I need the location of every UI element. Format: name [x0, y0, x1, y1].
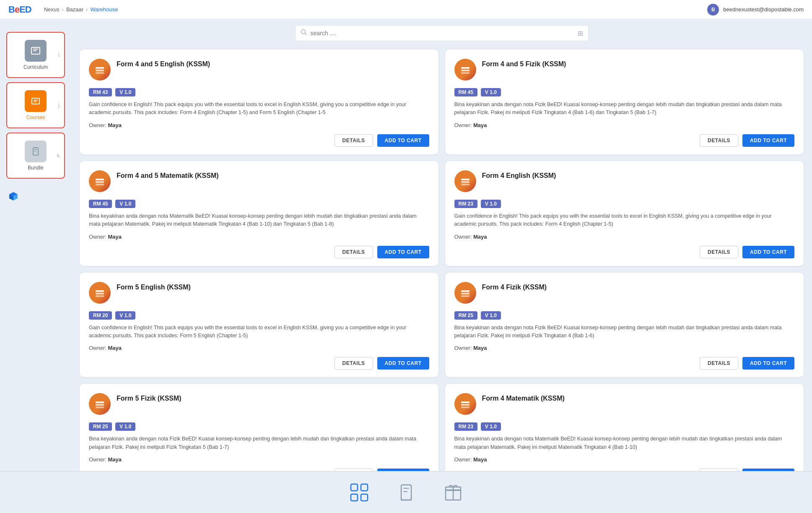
header: BeED Nexus › Bazaar › Warehouse B beedne… [0, 0, 812, 19]
owner-name: Maya [473, 234, 487, 240]
product-header: Form 4 English (KSSM) [454, 170, 795, 192]
svg-rect-6 [96, 72, 104, 74]
product-list: Form 4 and 5 English (KSSM) RM 43 V 1.0 … [71, 45, 812, 513]
curriculum-icon [25, 40, 47, 62]
product-actions: DETAILS ADD TO CART [454, 134, 795, 147]
product-title: Form 4 and 5 Fizik (KSSM) [482, 60, 566, 68]
svg-rect-28 [351, 484, 358, 491]
product-actions: DETAILS ADD TO CART [89, 246, 429, 258]
version-badge: V 1.0 [115, 200, 135, 208]
add-to-cart-button[interactable]: ADD TO CART [742, 134, 794, 147]
sidebar: i. Curriculum j. Courses k. [0, 19, 71, 513]
product-title: Form 4 and 5 English (KSSM) [117, 60, 210, 68]
version-badge: V 1.0 [481, 88, 501, 96]
details-button[interactable]: DETAILS [335, 134, 373, 147]
product-description: Bina keyakinan anda dengan nota Fizik Be… [454, 324, 795, 340]
svg-rect-18 [96, 295, 104, 297]
add-to-cart-button[interactable]: ADD TO CART [742, 246, 794, 258]
product-title: Form 5 Fizik (KSSM) [117, 395, 182, 402]
product-title-wrap: Form 4 English (KSSM) [482, 170, 556, 180]
product-actions: DETAILS ADD TO CART [89, 357, 429, 370]
svg-rect-20 [461, 293, 470, 294]
svg-rect-8 [461, 70, 470, 71]
breadcrumb-nexus[interactable]: Nexus [44, 6, 60, 13]
product-title-wrap: Form 5 English (KSSM) [117, 282, 191, 291]
bottom-icon-grid[interactable] [348, 482, 370, 503]
price-badge: RM 45 [454, 88, 477, 96]
grid-view-icon[interactable]: ⊞ [578, 29, 583, 37]
product-actions: DETAILS ADD TO CART [454, 357, 795, 370]
product-owner: Owner: Maya [454, 122, 795, 128]
owner-name: Maya [473, 345, 487, 351]
svg-rect-19 [461, 290, 470, 292]
details-button[interactable]: DETAILS [335, 357, 373, 370]
breadcrumb-warehouse[interactable]: Warehouse [90, 6, 118, 13]
product-description: Gain confidence in English! This pack eq… [454, 212, 795, 229]
svg-rect-11 [96, 181, 104, 183]
product-description: Bina keyakinan anda dengan nota Fizik Be… [89, 435, 429, 451]
sidebar-item-courses[interactable]: j. Courses [6, 82, 65, 128]
user-avatar[interactable]: B [707, 4, 719, 16]
product-card: Form 5 English (KSSM) RM 20 V 1.0 Gain c… [80, 273, 438, 378]
svg-rect-9 [461, 72, 470, 74]
add-to-cart-button[interactable]: ADD TO CART [742, 357, 794, 370]
svg-rect-2 [33, 148, 38, 155]
curriculum-label: Curriculum [23, 64, 48, 70]
3d-cube-icon[interactable] [8, 191, 18, 204]
product-badges: RM 45 V 1.0 [454, 88, 795, 96]
sidebar-item-bundle[interactable]: k. Bundle [6, 133, 65, 179]
product-title-wrap: Form 4 and 5 Fizik (KSSM) [482, 59, 566, 68]
product-header: Form 5 Fizik (KSSM) [89, 393, 429, 415]
product-badges: RM 20 V 1.0 [89, 311, 429, 320]
product-icon [454, 393, 476, 415]
add-to-cart-button[interactable]: ADD TO CART [377, 357, 429, 370]
svg-rect-5 [96, 70, 104, 71]
search-icon [301, 29, 307, 37]
product-icon [454, 170, 476, 192]
product-card: Form 4 Fizik (KSSM) RM 25 V 1.0 Bina key… [445, 273, 804, 378]
product-badges: RM 23 V 1.0 [454, 200, 795, 208]
owner-name: Maya [473, 456, 487, 463]
bundle-icon [25, 141, 47, 162]
details-button[interactable]: DETAILS [335, 246, 373, 258]
svg-rect-24 [96, 406, 104, 408]
price-badge: RM 25 [89, 422, 112, 431]
bundle-label: Bundle [28, 165, 43, 171]
price-badge: RM 23 [454, 422, 477, 431]
details-button[interactable]: DETAILS [700, 134, 738, 147]
search-input[interactable] [311, 30, 578, 36]
product-title-wrap: Form 5 Fizik (KSSM) [117, 393, 182, 402]
price-badge: RM 45 [89, 200, 112, 208]
sidebar-item-curriculum[interactable]: i. Curriculum [6, 32, 65, 78]
details-button[interactable]: DETAILS [700, 246, 738, 258]
main-layout: i. Curriculum j. Courses k. [0, 0, 812, 513]
svg-rect-22 [96, 401, 104, 403]
add-to-cart-button[interactable]: ADD TO CART [377, 246, 429, 258]
product-header: Form 4 and 5 English (KSSM) [89, 59, 429, 81]
svg-rect-7 [461, 67, 470, 69]
svg-rect-21 [461, 295, 470, 297]
breadcrumb-sep-1: › [62, 6, 64, 13]
bottom-icon-gift[interactable] [442, 482, 464, 503]
sidebar-letter-j: j. [58, 102, 61, 108]
price-badge: RM 23 [454, 200, 477, 208]
product-badges: RM 25 V 1.0 [89, 422, 429, 431]
version-badge: V 1.0 [481, 200, 501, 208]
product-header: Form 4 and 5 Fizik (KSSM) [454, 59, 795, 81]
product-title: Form 4 English (KSSM) [482, 172, 556, 180]
svg-rect-30 [351, 494, 358, 501]
product-badges: RM 25 V 1.0 [454, 311, 795, 320]
bottom-bar [0, 471, 812, 513]
details-button[interactable]: DETAILS [700, 357, 738, 370]
search-bar-container: ⊞ [295, 25, 589, 41]
product-description: Gain confidence in English! This pack eq… [89, 324, 429, 340]
bottom-icon-book[interactable] [395, 482, 417, 503]
header-user-area: B beednexustest@dispostable.com [707, 4, 804, 16]
product-owner: Owner: Maya [89, 122, 429, 128]
svg-rect-23 [96, 404, 104, 406]
breadcrumb-bazaar[interactable]: Bazaar [66, 6, 83, 13]
product-owner: Owner: Maya [89, 456, 429, 463]
add-to-cart-button[interactable]: ADD TO CART [377, 134, 429, 147]
search-area: ⊞ [71, 19, 812, 45]
owner-name: Maya [108, 345, 122, 351]
